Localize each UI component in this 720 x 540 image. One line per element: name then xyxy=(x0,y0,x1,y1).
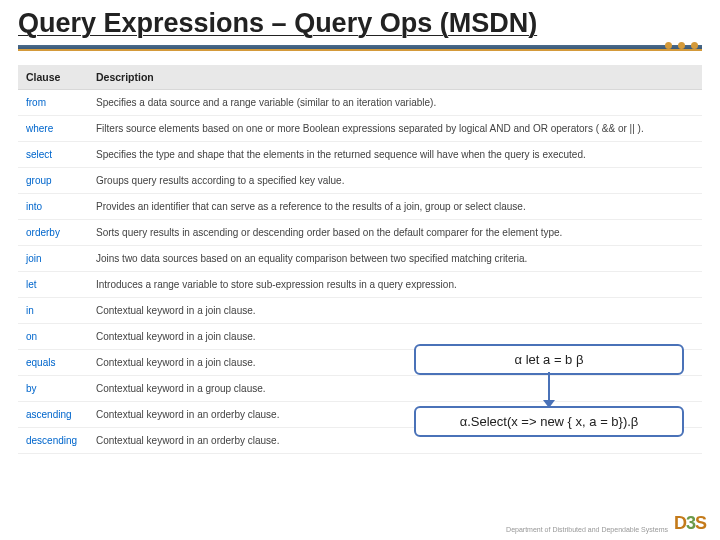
desc-cell: Provides an identifier that can serve as… xyxy=(88,194,702,220)
table-row: letIntroduces a range variable to store … xyxy=(18,272,702,298)
clause-cell: where xyxy=(18,116,88,142)
d3s-logo: D3S xyxy=(674,513,706,534)
desc-cell: Filters source elements based on one or … xyxy=(88,116,702,142)
clause-cell: join xyxy=(18,246,88,272)
title-separator xyxy=(18,45,702,51)
clause-cell: from xyxy=(18,90,88,116)
table-row: groupGroups query results according to a… xyxy=(18,168,702,194)
logo-s: S xyxy=(695,513,706,533)
clause-cell: in xyxy=(18,298,88,324)
table-row: whereFilters source elements based on on… xyxy=(18,116,702,142)
table-row: orderbySorts query results in ascending … xyxy=(18,220,702,246)
desc-cell: Sorts query results in ascending or desc… xyxy=(88,220,702,246)
clause-cell: orderby xyxy=(18,220,88,246)
desc-cell: Joins two data sources based on an equal… xyxy=(88,246,702,272)
footer: Department of Distributed and Dependable… xyxy=(506,513,706,534)
table-row: fromSpecifies a data source and a range … xyxy=(18,90,702,116)
clause-cell: into xyxy=(18,194,88,220)
table-row: intoProvides an identifier that can serv… xyxy=(18,194,702,220)
callout-let-syntax: α let a = b β xyxy=(414,344,684,375)
decorative-dots xyxy=(665,42,698,49)
footer-dept-label: Department of Distributed and Dependable… xyxy=(506,526,668,534)
logo-3: 3 xyxy=(686,513,695,533)
desc-cell: Contextual keyword in a join clause. xyxy=(88,298,702,324)
clause-cell: select xyxy=(18,142,88,168)
desc-cell: Groups query results according to a spec… xyxy=(88,168,702,194)
desc-cell: Introduces a range variable to store sub… xyxy=(88,272,702,298)
clause-cell: equals xyxy=(18,350,88,376)
desc-cell: Contextual keyword in a group clause. xyxy=(88,376,702,402)
table-row: byContextual keyword in a group clause. xyxy=(18,376,702,402)
clause-cell: by xyxy=(18,376,88,402)
desc-cell: Specifies a data source and a range vari… xyxy=(88,90,702,116)
desc-cell: Specifies the type and shape that the el… xyxy=(88,142,702,168)
callout-select-translation: α.Select(x => new { x, a = b}).β xyxy=(414,406,684,437)
page-title: Query Expressions – Query Ops (MSDN) xyxy=(0,0,720,41)
table-row: inContextual keyword in a join clause. xyxy=(18,298,702,324)
logo-d: D xyxy=(674,513,686,533)
query-ops-table: Clause Description fromSpecifies a data … xyxy=(18,65,702,454)
clause-cell: group xyxy=(18,168,88,194)
clause-cell: on xyxy=(18,324,88,350)
clause-cell: let xyxy=(18,272,88,298)
table-row: selectSpecifies the type and shape that … xyxy=(18,142,702,168)
header-clause: Clause xyxy=(18,65,88,90)
header-description: Description xyxy=(88,65,702,90)
clause-cell: ascending xyxy=(18,402,88,428)
clause-cell: descending xyxy=(18,428,88,454)
table-row: joinJoins two data sources based on an e… xyxy=(18,246,702,272)
